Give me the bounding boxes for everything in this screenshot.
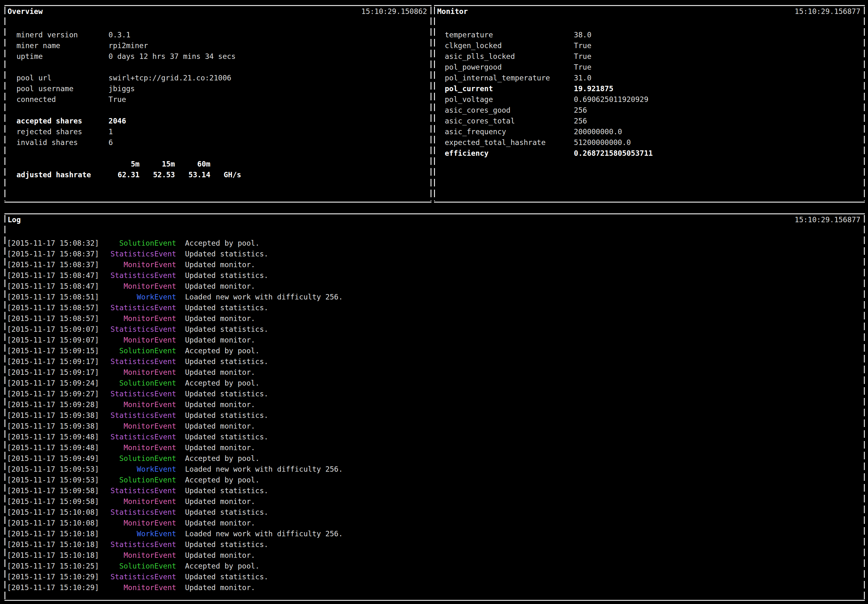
log-entry-time: [2015-11-17 15:09:38] xyxy=(7,422,99,430)
log-entry-event: SolutionEvent xyxy=(104,474,176,485)
log-entry-event: WorkEvent xyxy=(104,291,176,302)
overview-row: minerd version 0.3.1 xyxy=(5,29,431,40)
log-entry-event: WorkEvent xyxy=(104,528,176,539)
monitor-row: asic_cores_total 256 xyxy=(434,116,865,126)
overview-row-value: swirl+tcp://grid.21.co:21006 xyxy=(108,74,231,82)
log-entry-event: StatisticsEvent xyxy=(104,539,176,550)
monitor-row: temperature 38.0 xyxy=(434,29,865,40)
overview-row-key: uptime xyxy=(17,51,104,62)
monitor-row-value: 256 xyxy=(574,106,587,114)
log-entry-time: [2015-11-17 15:09:17] xyxy=(7,358,99,365)
monitor-row-key: clkgen_locked xyxy=(445,40,569,51)
log-entry-message: Accepted by pool. xyxy=(185,239,260,247)
log-entry-event: MonitorEvent xyxy=(104,281,176,291)
log-entry-time: [2015-11-17 15:09:53] xyxy=(7,476,99,484)
log-entry: [2015-11-17 15:10:08] MonitorEvent Updat… xyxy=(5,517,865,528)
log-entry: [2015-11-17 15:09:07] StatisticsEvent Up… xyxy=(5,324,865,335)
log-entry-message: Updated monitor. xyxy=(185,368,256,376)
log-entry-time: [2015-11-17 15:08:51] xyxy=(7,293,99,301)
log-entry-event: StatisticsEvent xyxy=(104,248,176,259)
monitor-row-key: pol_powergood xyxy=(445,62,569,73)
monitor-timestamp: 15:10:29.156877 xyxy=(795,6,860,17)
hashrate-section: 5m 15m 60m adjusted hashrate 62.31 52.53… xyxy=(5,159,431,180)
monitor-row-key: asic_frequency xyxy=(445,126,569,137)
log-entry: [2015-11-17 15:09:24] SolutionEvent Acce… xyxy=(5,378,865,389)
monitor-row-value: True xyxy=(574,63,591,71)
log-entry-time: [2015-11-17 15:08:37] xyxy=(7,250,99,258)
log-entry-message: Updated monitor. xyxy=(185,400,256,409)
log-entry: [2015-11-17 15:08:37] StatisticsEvent Up… xyxy=(5,248,865,259)
log-title: Log xyxy=(8,214,21,225)
overview-row-key: minerd version xyxy=(17,29,104,40)
log-entry: [2015-11-17 15:10:25] SolutionEvent Acce… xyxy=(5,561,865,571)
log-entry: [2015-11-17 15:08:47] MonitorEvent Updat… xyxy=(5,281,865,291)
overview-row: connected True xyxy=(5,94,431,105)
monitor-row: pol_current 19.921875 xyxy=(434,83,865,94)
overview-identity-group: minerd version 0.3.1 miner name rpi2mine… xyxy=(5,29,431,62)
log-entry: [2015-11-17 15:09:28] MonitorEvent Updat… xyxy=(5,399,865,410)
log-entry-time: [2015-11-17 15:10:29] xyxy=(7,573,99,581)
log-entry-message: Updated statistics. xyxy=(185,358,268,365)
minertop-dashboard: Overview 15:10:29.150862 minerd version … xyxy=(0,0,868,604)
overview-row-value: 6 xyxy=(108,138,113,147)
log-entry: [2015-11-17 15:09:38] MonitorEvent Updat… xyxy=(5,421,865,432)
log-entry: [2015-11-17 15:08:57] StatisticsEvent Up… xyxy=(5,302,865,313)
hashrate-value-row: adjusted hashrate 62.31 52.53 53.14 GH/s xyxy=(5,169,431,180)
log-entry: [2015-11-17 15:10:29] StatisticsEvent Up… xyxy=(5,571,865,582)
overview-shares-group: accepted shares 2046 rejected shares 1 i… xyxy=(5,116,431,148)
monitor-row-value: 0.690625011920929 xyxy=(574,95,648,104)
overview-row-key: miner name xyxy=(17,40,104,51)
log-entry-time: [2015-11-17 15:10:08] xyxy=(7,508,99,516)
log-entry-message: Accepted by pool. xyxy=(185,562,260,570)
log-entry-time: [2015-11-17 15:09:53] xyxy=(7,465,99,473)
overview-pool-group: pool url swirl+tcp://grid.21.co:21006 po… xyxy=(5,73,431,105)
overview-row: invalid shares 6 xyxy=(5,137,431,148)
log-entry: [2015-11-17 15:09:53] WorkEvent Loaded n… xyxy=(5,464,865,474)
log-entry: [2015-11-17 15:08:37] MonitorEvent Updat… xyxy=(5,259,865,270)
log-entry-message: Updated statistics. xyxy=(185,390,268,398)
monitor-row-value: True xyxy=(574,42,591,50)
log-entry-event: MonitorEvent xyxy=(104,421,176,432)
log-entry-event: StatisticsEvent xyxy=(104,410,176,421)
overview-body: minerd version 0.3.1 miner name rpi2mine… xyxy=(5,17,431,180)
log-entry-event: MonitorEvent xyxy=(104,550,176,561)
log-entry-message: Loaded new work with difficulty 256. xyxy=(185,530,343,538)
log-entry-message: Updated monitor. xyxy=(185,260,256,269)
log-entry-event: MonitorEvent xyxy=(104,399,176,410)
log-entry: [2015-11-17 15:09:15] SolutionEvent Acce… xyxy=(5,345,865,356)
log-entries: [2015-11-17 15:08:32] SolutionEvent Acce… xyxy=(5,225,865,593)
log-entry-event: StatisticsEvent xyxy=(104,571,176,582)
log-entry-time: [2015-11-17 15:09:38] xyxy=(7,411,99,420)
log-entry-time: [2015-11-17 15:09:07] xyxy=(7,336,99,344)
monitor-row-key: asic_cores_good xyxy=(445,105,569,116)
overview-row-value: 1 xyxy=(108,128,113,136)
log-entry-event: MonitorEvent xyxy=(104,496,176,507)
monitor-row: asic_plls_locked True xyxy=(434,51,865,62)
log-entry: [2015-11-17 15:09:17] StatisticsEvent Up… xyxy=(5,356,865,367)
monitor-row-key: pol_internal_temperature xyxy=(445,73,569,83)
overview-row: accepted shares 2046 xyxy=(5,116,431,126)
log-entry-time: [2015-11-17 15:10:18] xyxy=(7,551,99,559)
log-entry: [2015-11-17 15:09:53] SolutionEvent Acce… xyxy=(5,474,865,485)
log-entry-event: MonitorEvent xyxy=(104,335,176,345)
log-entry: [2015-11-17 15:09:07] MonitorEvent Updat… xyxy=(5,335,865,345)
log-entry-event: StatisticsEvent xyxy=(104,324,176,335)
overview-row-value: 0.3.1 xyxy=(108,31,130,39)
log-entry: [2015-11-17 15:10:18] StatisticsEvent Up… xyxy=(5,539,865,550)
overview-row: pool username jbiggs xyxy=(5,83,431,94)
log-entry-message: Updated monitor. xyxy=(185,584,256,592)
hashrate-value-15m: 52.53 xyxy=(144,169,175,180)
overview-row-key: connected xyxy=(17,94,104,105)
overview-row-key: pool username xyxy=(17,83,104,94)
monitor-row-key: asic_plls_locked xyxy=(445,51,569,62)
log-entry-time: [2015-11-17 15:10:25] xyxy=(7,562,99,570)
log-entry: [2015-11-17 15:09:27] StatisticsEvent Up… xyxy=(5,389,865,399)
log-entry-event: MonitorEvent xyxy=(104,442,176,453)
log-entry: [2015-11-17 15:08:47] StatisticsEvent Up… xyxy=(5,270,865,281)
log-entry-event: MonitorEvent xyxy=(104,313,176,324)
log-entry-message: Updated monitor. xyxy=(185,336,256,344)
overview-row-key: invalid shares xyxy=(17,137,104,148)
hashrate-header-row: 5m 15m 60m xyxy=(5,159,431,169)
log-entry-message: Updated monitor. xyxy=(185,443,256,452)
log-entry-event: SolutionEvent xyxy=(104,378,176,389)
